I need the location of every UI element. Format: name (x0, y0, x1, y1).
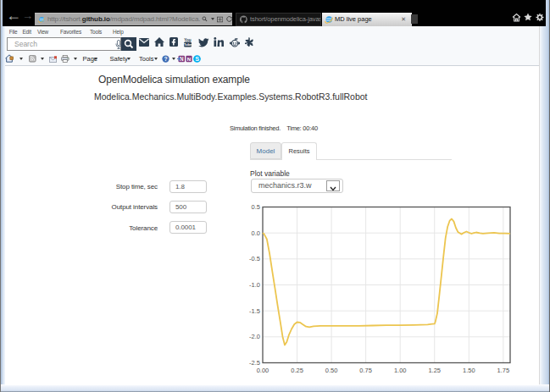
svg-text:-1.0: -1.0 (249, 281, 260, 289)
svg-text:You: You (185, 37, 192, 41)
svg-text:1.50: 1.50 (463, 367, 475, 374)
svg-text:0.50: 0.50 (325, 367, 338, 374)
svg-text:0.00: 0.00 (257, 367, 269, 374)
svg-text:1.75: 1.75 (497, 367, 510, 374)
svg-text:0.0: 0.0 (252, 229, 260, 237)
svg-text:0.25: 0.25 (291, 367, 303, 374)
svg-text:S: S (195, 56, 199, 63)
svg-text:0.75: 0.75 (359, 367, 372, 374)
svg-text:N: N (187, 56, 192, 62)
svg-text:1.25: 1.25 (428, 367, 441, 374)
svg-text:-0.5: -0.5 (249, 255, 260, 262)
svg-text:-1.5: -1.5 (249, 307, 260, 315)
svg-text:Tube: Tube (184, 42, 192, 47)
svg-text:-2.0: -2.0 (249, 333, 260, 340)
svg-text:1.00: 1.00 (394, 367, 407, 374)
svg-text:0.5: 0.5 (252, 203, 260, 211)
svg-text:?: ? (164, 55, 167, 61)
svg-text:-2.5: -2.5 (249, 359, 260, 367)
